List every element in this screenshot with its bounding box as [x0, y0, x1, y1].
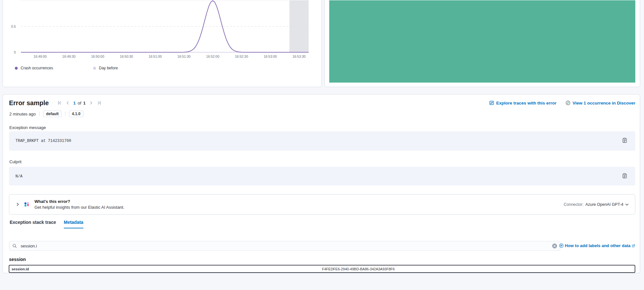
svg-text:16:51:00: 16:51:00: [149, 55, 162, 58]
environment-badge: default: [43, 111, 62, 117]
prev-page-button[interactable]: [65, 100, 70, 105]
svg-text:16:50:30: 16:50:30: [120, 55, 133, 58]
detail-tabs: Exception stack trace Metadata: [10, 220, 83, 228]
connector-value: Azure OpenAI GPT-4: [585, 202, 623, 207]
error-sample-header: Error sample 1 of 1: [9, 98, 635, 107]
first-page-button[interactable]: [57, 100, 62, 105]
metadata-search: [9, 241, 560, 251]
culprit-label: Culprit: [9, 159, 22, 164]
legend-label: Day before: [99, 66, 118, 70]
divider: [65, 112, 65, 116]
header-actions: Explore traces with this error View 1 oc…: [489, 100, 635, 105]
legend-dot-crash-occurrences: [15, 67, 18, 70]
elastic-ai-assistant-icon: [24, 202, 29, 207]
next-page-button[interactable]: [89, 100, 94, 105]
svg-text:16:50:00: 16:50:00: [91, 55, 104, 58]
svg-text:0: 0: [14, 50, 16, 54]
last-page-icon: [97, 100, 102, 105]
connector-selector: Connector: Azure OpenAI GPT-4: [564, 202, 635, 207]
exception-message-block: TRAP_BRKPT at 7142331700: [9, 131, 635, 151]
sample-meta-row: 2 minutes ago default 4.1.0: [9, 110, 83, 117]
crash-occurrences-chart: 00.516:49:0016:49:3016:50:0016:50:3016:5…: [3, 0, 312, 60]
last-page-button[interactable]: [97, 100, 102, 105]
clear-search-button[interactable]: [552, 244, 557, 248]
copy-icon: [622, 137, 628, 143]
svg-text:16:49:30: 16:49:30: [62, 55, 75, 58]
svg-text:16:51:30: 16:51:30: [178, 55, 191, 58]
ai-assistant-panel: What's this error? Get helpful insights …: [9, 194, 635, 215]
copy-icon: [622, 173, 628, 179]
svg-text:16:52:30: 16:52:30: [235, 55, 248, 58]
version-badge: 4.1.0: [69, 111, 83, 117]
discover-compass-icon: [565, 100, 571, 105]
page-indicator: 1 of 1: [73, 101, 85, 105]
legend-item-day-before[interactable]: Day before: [93, 66, 118, 70]
metadata-row-session-id[interactable]: session.id F4FEDFE6-2940-49BD-BA86-342A3…: [9, 265, 635, 273]
view-occurrence-label: View 1 occurrence in Discover: [572, 101, 635, 105]
divider: [39, 112, 40, 116]
ai-panel-left: What's this error? Get helpful insights …: [9, 199, 124, 210]
external-link-icon: [631, 244, 635, 248]
close-icon: [553, 245, 556, 247]
metadata-key: session.id: [9, 267, 322, 271]
chevron-right-icon: [16, 202, 20, 206]
expand-button[interactable]: [16, 202, 20, 206]
ai-panel-title: What's this error?: [34, 199, 124, 204]
connector-label: Connector:: [564, 202, 583, 207]
exception-message-label: Exception message: [9, 125, 46, 130]
first-page-icon: [57, 100, 62, 105]
page-title: Error sample: [9, 99, 49, 107]
timestamp: 2 minutes ago: [9, 112, 36, 116]
legend-label: Crash occurrences: [21, 66, 53, 70]
search-icon: [12, 244, 17, 248]
connector-dropdown[interactable]: Azure OpenAI GPT-4: [585, 202, 629, 207]
metadata-group-title: session: [9, 257, 26, 262]
of-label: of: [78, 101, 81, 105]
crashes-treemap-card: [324, 0, 640, 87]
svg-text:0.5: 0.5: [11, 25, 16, 28]
svg-text:16:53:00: 16:53:00: [264, 55, 277, 58]
crash-occurrences-chart-card: 00.516:49:0016:49:3016:50:0016:50:3016:5…: [3, 0, 322, 87]
chevron-right-icon: [89, 100, 94, 105]
treemap-cell[interactable]: [329, 0, 635, 83]
view-occurrence-discover-link[interactable]: View 1 occurrence in Discover: [565, 100, 635, 105]
legend-dot-day-before: [93, 67, 96, 70]
copy-button[interactable]: [622, 137, 628, 143]
culprit-block: N/A: [9, 167, 635, 185]
ai-panel-texts: What's this error? Get helpful insights …: [34, 199, 124, 210]
total-pages: 1: [83, 101, 86, 105]
svg-text:16:53:30: 16:53:30: [293, 55, 306, 58]
search-input[interactable]: [20, 243, 549, 249]
how-to-add-labels-link[interactable]: How to add labels and other data: [559, 243, 635, 248]
culprit-text: N/A: [15, 174, 23, 179]
svg-text:16:49:00: 16:49:00: [34, 55, 47, 58]
ai-panel-subtitle: Get helpful insights from our Elastic AI…: [34, 205, 124, 210]
chevron-left-icon: [65, 100, 70, 105]
exception-message-text: TRAP_BRKPT at 7142331700: [15, 139, 71, 143]
svg-text:16:52:00: 16:52:00: [206, 55, 219, 58]
explore-traces-label: Explore traces with this error: [496, 101, 556, 105]
explore-traces-link[interactable]: Explore traces with this error: [489, 100, 556, 105]
documentation-icon: [559, 243, 564, 248]
tab-metadata[interactable]: Metadata: [64, 220, 83, 228]
legend-item-crash-occurrences[interactable]: Crash occurrences: [15, 66, 53, 70]
trace-list-icon: [489, 100, 494, 105]
metadata-value: F4FEDFE6-2940-49BD-BA86-342A3A93F8F6: [322, 267, 395, 271]
copy-button[interactable]: [622, 173, 628, 179]
tab-exception-stack-trace[interactable]: Exception stack trace: [10, 220, 56, 228]
error-sample-panel: Error sample 1 of 1: [3, 94, 640, 273]
chevron-down-icon: [625, 202, 629, 207]
how-to-add-labels-label: How to add labels and other data: [565, 243, 630, 248]
current-page: 1: [73, 101, 76, 105]
sample-pagination: 1 of 1: [57, 100, 101, 105]
